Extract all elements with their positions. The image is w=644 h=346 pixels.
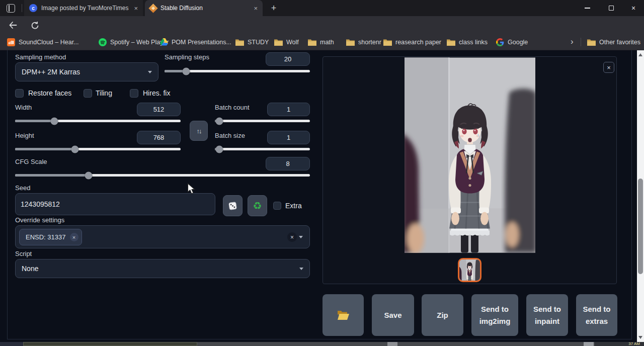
batch-size-slider[interactable] bbox=[215, 148, 310, 150]
send-to-inpaint-button[interactable]: Send to inpaint bbox=[526, 294, 568, 336]
refresh-button[interactable] bbox=[31, 21, 39, 32]
bookmark-soundcloud[interactable]: SoundCloud – Hear... bbox=[7, 34, 79, 50]
browser-tab-2-active[interactable]: Stable Diffusion × bbox=[145, 0, 263, 16]
folder-icon bbox=[346, 39, 355, 46]
tab-title: Stable Diffusion bbox=[160, 5, 250, 12]
reuse-seed-recycle-button[interactable]: ♻ bbox=[248, 195, 267, 216]
extra-checkbox[interactable] bbox=[273, 202, 281, 210]
extra-label: Extra bbox=[285, 202, 302, 210]
seed-input[interactable]: 1243095812 bbox=[15, 193, 215, 215]
batch-size-value[interactable]: 1 bbox=[267, 131, 310, 144]
google-drive-icon bbox=[160, 38, 168, 46]
open-output-folder-button[interactable] bbox=[323, 294, 364, 336]
sampling-method-dropdown[interactable]: DPM++ 2M Karras bbox=[15, 62, 158, 81]
back-button[interactable] bbox=[8, 21, 18, 32]
generated-image[interactable] bbox=[405, 57, 535, 253]
height-label: Height bbox=[15, 132, 34, 139]
scroll-up-arrow[interactable] bbox=[638, 53, 642, 56]
container-border-right bbox=[631, 50, 632, 339]
swap-arrows-icon: ↑↓ bbox=[197, 127, 201, 135]
override-tag-ensd[interactable]: ENSD: 31337 × bbox=[19, 229, 82, 245]
override-settings-box[interactable]: ENSD: 31337 × × bbox=[15, 225, 310, 248]
bookmark-reasearch-paper[interactable]: reasearch paper bbox=[383, 34, 441, 50]
tab-close-icon[interactable]: × bbox=[254, 5, 258, 12]
slider-handle[interactable] bbox=[216, 117, 223, 125]
folder-icon bbox=[383, 39, 392, 46]
sampling-steps-slider[interactable] bbox=[165, 70, 310, 72]
window-restore-button[interactable] bbox=[602, 0, 621, 16]
tiling-label: Tiling bbox=[96, 89, 112, 97]
taskbar-segment bbox=[387, 342, 397, 346]
cfg-scale-value[interactable]: 8 bbox=[266, 157, 310, 170]
hires-fix-label: Hires. fix bbox=[143, 89, 170, 97]
folder-icon bbox=[235, 39, 244, 46]
new-tab-button[interactable]: + bbox=[268, 2, 280, 14]
slider-handle[interactable] bbox=[216, 145, 223, 153]
taskbar-clock: 37 AM bbox=[628, 342, 640, 346]
sampling-steps-value[interactable]: 20 bbox=[266, 52, 310, 66]
cubari-favicon-icon: c bbox=[29, 4, 37, 12]
container-border-left bbox=[7, 50, 8, 339]
browser-tab-1[interactable]: c Image posted by TwoMoreTimes × bbox=[24, 0, 143, 16]
gallery-thumbnail-selected[interactable] bbox=[458, 258, 481, 282]
swap-width-height-button[interactable]: ↑↓ bbox=[190, 121, 208, 141]
taskbar-app-segment bbox=[23, 342, 197, 346]
open-folder-icon bbox=[337, 310, 350, 320]
tab-close-icon[interactable]: × bbox=[134, 5, 138, 12]
slider-handle[interactable] bbox=[183, 67, 190, 75]
cfg-scale-slider[interactable] bbox=[15, 174, 310, 177]
bookmark-other-favorites[interactable]: Other favorites bbox=[587, 34, 640, 50]
gallery-close-button[interactable]: × bbox=[603, 62, 614, 73]
chevron-down-icon[interactable] bbox=[299, 236, 303, 238]
remove-tag-icon[interactable]: × bbox=[70, 233, 78, 241]
gradio-favicon-icon bbox=[148, 4, 157, 13]
script-label: Script bbox=[15, 250, 32, 257]
bookmarks-overflow-chevron[interactable]: › bbox=[571, 37, 574, 47]
height-slider[interactable] bbox=[15, 148, 181, 150]
recycle-icon: ♻ bbox=[253, 200, 262, 212]
restore-faces-checkbox[interactable] bbox=[15, 89, 24, 98]
script-dropdown[interactable]: None bbox=[15, 259, 310, 278]
folder-icon bbox=[587, 39, 596, 46]
sampling-steps-label: Sampling steps bbox=[165, 53, 209, 61]
hires-fix-checkbox[interactable] bbox=[130, 89, 138, 98]
bookmark-google[interactable]: Google bbox=[496, 34, 528, 50]
chevron-down-icon bbox=[148, 71, 152, 73]
batch-count-value[interactable]: 1 bbox=[267, 103, 310, 116]
bookmark-class-links[interactable]: class links bbox=[447, 34, 488, 50]
bookmark-math[interactable]: math bbox=[308, 34, 334, 50]
bookmark-spotify[interactable]: Spotify – Web Player bbox=[99, 34, 169, 50]
scroll-down-arrow[interactable] bbox=[638, 336, 642, 339]
bookmark-study[interactable]: STUDY bbox=[235, 34, 269, 50]
slider-handle[interactable] bbox=[71, 145, 79, 153]
sampling-method-label: Sampling method bbox=[15, 53, 66, 61]
send-to-img2img-button[interactable]: Send to img2img bbox=[471, 294, 518, 336]
save-button[interactable]: Save bbox=[372, 294, 414, 336]
slider-handle[interactable] bbox=[85, 171, 92, 179]
taskbar-segment bbox=[584, 342, 594, 346]
send-to-extras-button[interactable]: Send to extras bbox=[576, 294, 617, 336]
width-value[interactable]: 512 bbox=[137, 103, 181, 116]
batch-size-label: Batch size bbox=[215, 132, 245, 139]
bookmark-pom-presentations[interactable]: POM Presentations... bbox=[160, 34, 231, 50]
slider-handle[interactable] bbox=[50, 117, 58, 125]
width-slider[interactable] bbox=[15, 120, 181, 122]
bookmarks-divider bbox=[581, 38, 581, 46]
zip-button[interactable]: Zip bbox=[422, 294, 463, 336]
clear-all-tags-icon[interactable]: × bbox=[287, 232, 297, 242]
tab-actions-menu-icon[interactable] bbox=[7, 4, 15, 13]
batch-count-slider[interactable] bbox=[215, 120, 310, 122]
dice-icon bbox=[228, 201, 237, 211]
random-seed-dice-button[interactable] bbox=[223, 195, 243, 216]
container-border-bottom bbox=[7, 339, 632, 339]
scrollbar-thumb[interactable] bbox=[638, 179, 643, 274]
window-minimize-button[interactable] bbox=[578, 0, 597, 16]
scrollbar-vertical[interactable] bbox=[637, 50, 644, 342]
folder-icon bbox=[308, 39, 316, 46]
bookmark-shortenr[interactable]: shortenr bbox=[346, 34, 381, 50]
tiling-checkbox[interactable] bbox=[84, 89, 92, 98]
bookmark-wolf[interactable]: Wolf bbox=[274, 34, 299, 50]
height-value[interactable]: 768 bbox=[137, 131, 181, 144]
window-close-button[interactable]: × bbox=[624, 0, 643, 16]
folder-icon bbox=[447, 39, 455, 46]
